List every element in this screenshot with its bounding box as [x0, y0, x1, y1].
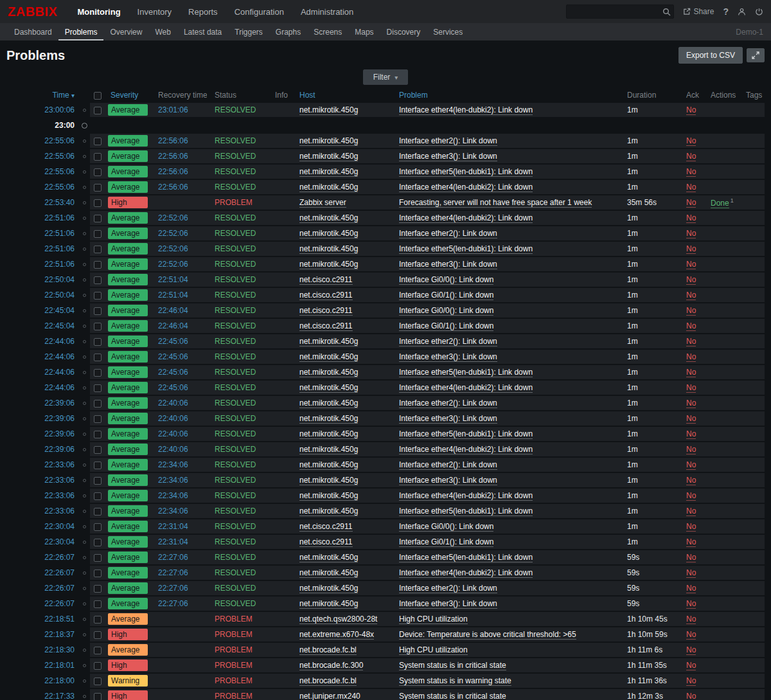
status-link[interactable]: RESOLVED [207, 257, 271, 271]
problem-time-link[interactable]: 22:45:04 [6, 319, 78, 333]
subnav-item-dashboard[interactable]: Dashboard [8, 23, 58, 40]
ack-link[interactable]: No [686, 321, 696, 331]
row-checkbox[interactable] [94, 400, 102, 408]
problem-time-link[interactable]: 22:45:04 [6, 303, 78, 318]
row-checkbox[interactable] [94, 523, 102, 531]
row-checkbox[interactable] [94, 184, 102, 192]
ack-link[interactable]: No [686, 306, 696, 316]
status-link[interactable]: RESOLVED [207, 273, 271, 287]
problem-link[interactable]: Interface ether3(): Link down [399, 352, 497, 362]
status-link[interactable]: RESOLVED [207, 581, 271, 595]
problem-link[interactable]: Interface ether5(len-dubki1): Link down [399, 244, 533, 254]
status-link[interactable]: PROBLEM [207, 689, 271, 700]
status-link[interactable]: RESOLVED [207, 165, 271, 179]
problem-link[interactable]: Interface ether2(): Link down [399, 399, 497, 408]
problem-time-link[interactable]: 22:26:07 [6, 581, 78, 595]
problem-time-link[interactable]: 23:00:06 [6, 103, 78, 117]
ack-link[interactable]: No [686, 368, 696, 377]
host-link[interactable]: net.mikrotik.450g [299, 445, 358, 454]
status-link[interactable]: RESOLVED [207, 288, 271, 302]
row-checkbox[interactable] [94, 369, 102, 377]
status-link[interactable]: RESOLVED [207, 350, 271, 364]
problem-time-link[interactable]: 22:18:00 [6, 674, 78, 688]
host-link[interactable]: net.mikrotik.450g [299, 460, 358, 470]
problem-link[interactable]: Interface ether2(): Link down [399, 229, 497, 238]
status-link[interactable]: RESOLVED [207, 597, 271, 611]
status-link[interactable]: RESOLVED [207, 303, 271, 318]
host-link[interactable]: net.mikrotik.450g [299, 167, 358, 177]
ack-link[interactable]: No [686, 537, 696, 547]
help-button[interactable]: ? [723, 6, 729, 17]
ack-link[interactable]: No [686, 460, 696, 470]
host-link[interactable]: net.brocade.fc.300 [299, 661, 363, 670]
problem-time-link[interactable]: 22:55:06 [6, 134, 78, 148]
status-link[interactable]: RESOLVED [207, 411, 271, 426]
row-checkbox[interactable] [94, 678, 102, 685]
row-checkbox[interactable] [94, 292, 102, 300]
row-checkbox[interactable] [94, 384, 102, 392]
ack-link[interactable]: No [686, 414, 696, 424]
row-checkbox[interactable] [94, 647, 102, 654]
problem-link[interactable]: Interface Gi0/0(): Link down [399, 522, 493, 532]
ack-link[interactable]: No [686, 692, 696, 700]
subnav-item-latest-data[interactable]: Latest data [177, 23, 228, 40]
problem-time-link[interactable]: 22:33:06 [6, 458, 78, 472]
subnav-item-maps[interactable]: Maps [348, 23, 380, 40]
row-checkbox[interactable] [94, 431, 102, 438]
top-nav-item-inventory[interactable]: Inventory [129, 0, 180, 23]
subnav-item-overview[interactable]: Overview [103, 23, 148, 40]
row-checkbox[interactable] [94, 215, 102, 222]
problem-time-link[interactable]: 22:51:06 [6, 242, 78, 256]
top-nav-item-administration[interactable]: Administration [292, 0, 362, 23]
row-checkbox[interactable] [94, 693, 102, 700]
problem-link[interactable]: Interface ether4(len-dubki2): Link down [399, 445, 533, 454]
problem-time-link[interactable]: 22:18:01 [6, 658, 78, 672]
problem-link[interactable]: Device: Temperature is above critical th… [399, 630, 576, 640]
problem-link[interactable]: Interface Gi0/1(): Link down [399, 321, 493, 331]
status-link[interactable]: RESOLVED [207, 489, 271, 503]
host-link[interactable]: net.mikrotik.450g [299, 491, 358, 501]
problem-time-link[interactable]: 22:44:06 [6, 365, 78, 379]
problem-link[interactable]: Interface ether3(): Link down [399, 476, 497, 485]
ack-link[interactable]: No [686, 213, 696, 223]
problem-time-link[interactable]: 22:44:06 [6, 334, 78, 348]
problem-time-link[interactable]: 22:33:06 [6, 473, 78, 487]
status-link[interactable]: PROBLEM [207, 643, 271, 657]
problem-link[interactable]: Interface Gi0/1(): Link down [399, 291, 493, 300]
row-checkbox[interactable] [94, 138, 102, 145]
ack-link[interactable]: No [686, 568, 696, 578]
ack-link[interactable]: No [686, 522, 696, 532]
host-link[interactable]: net.cisco.c2911 [299, 537, 353, 547]
problem-link[interactable]: Interface ether4(len-dubki2): Link down [399, 105, 533, 115]
status-link[interactable]: PROBLEM [207, 658, 271, 672]
row-checkbox[interactable] [94, 616, 102, 624]
ack-link[interactable]: No [686, 553, 696, 562]
problem-link[interactable]: Interface ether4(len-dubki2): Link down [399, 568, 533, 578]
problem-link[interactable]: Interface ether2(): Link down [399, 337, 497, 346]
status-link[interactable]: RESOLVED [207, 550, 271, 564]
status-link[interactable]: RESOLVED [207, 211, 271, 225]
host-link[interactable]: net.cisco.c2911 [299, 291, 353, 300]
status-link[interactable]: RESOLVED [207, 504, 271, 518]
status-link[interactable]: RESOLVED [207, 473, 271, 487]
ack-link[interactable]: No [686, 383, 696, 393]
ack-link[interactable]: No [686, 491, 696, 501]
problem-link[interactable]: Forecasting, server will not have free s… [399, 198, 592, 208]
problem-link[interactable]: High CPU utilization [399, 645, 468, 655]
export-csv-button[interactable]: Export to CSV [678, 47, 743, 64]
problem-time-link[interactable]: 22:39:06 [6, 442, 78, 456]
problem-time-link[interactable]: 22:51:06 [6, 257, 78, 271]
host-link[interactable]: net.mikrotik.450g [299, 337, 358, 346]
row-checkbox[interactable] [94, 261, 102, 269]
host-link[interactable]: net.mikrotik.450g [299, 507, 358, 516]
status-link[interactable]: RESOLVED [207, 134, 271, 148]
status-link[interactable]: RESOLVED [207, 519, 271, 534]
ack-link[interactable]: No [686, 105, 696, 115]
problem-time-link[interactable]: 22:26:07 [6, 566, 78, 580]
ack-link[interactable]: No [686, 198, 696, 208]
column-header-time[interactable]: Time ▾ [52, 91, 75, 100]
row-checkbox[interactable] [94, 168, 102, 176]
ack-link[interactable]: No [686, 183, 696, 192]
problem-link[interactable]: Interface Gi0/0(): Link down [399, 275, 493, 285]
problem-link[interactable]: Interface ether3(): Link down [399, 260, 497, 269]
